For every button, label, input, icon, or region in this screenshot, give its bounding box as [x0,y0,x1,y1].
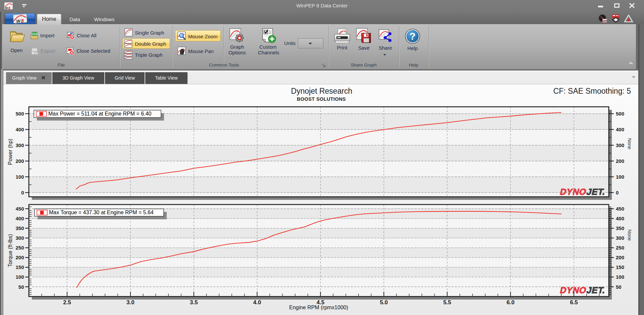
svg-text:450: 450 [616,206,624,212]
svg-text:4.0: 4.0 [253,299,261,306]
svg-text:None: None [627,138,632,149]
svg-text:100: 100 [15,274,24,280]
svg-text:Max Power = 511.04 at Engine R: Max Power = 511.04 at Engine RPM = 6.40 [48,111,152,117]
svg-text:100: 100 [616,274,624,280]
svg-text:100: 100 [15,174,24,180]
svg-text:6.0: 6.0 [506,299,515,306]
svg-text:Engine RPM (rpmx1000): Engine RPM (rpmx1000) [289,305,348,310]
svg-text:Dynojet Research: Dynojet Research [291,87,353,95]
svg-text:JET.: JET. [586,285,606,295]
svg-text:2.5: 2.5 [63,299,71,306]
svg-text:400: 400 [15,127,24,132]
svg-text:5.0: 5.0 [380,299,388,306]
svg-text:150: 150 [15,264,24,270]
svg-text:200: 200 [15,158,24,164]
svg-text:CF: SAE Smoothing: 5: CF: SAE Smoothing: 5 [553,87,631,95]
svg-text:3.5: 3.5 [190,299,198,306]
svg-text:None: None [627,229,632,241]
svg-text:250: 250 [15,245,24,251]
svg-text:3.0: 3.0 [126,299,135,306]
svg-text:0: 0 [21,190,24,195]
svg-text:DYNO: DYNO [559,285,588,295]
svg-text:JET.: JET. [586,187,606,197]
svg-text:DYNO: DYNO [559,187,588,197]
svg-text:BOOST SOLUTIONS: BOOST SOLUTIONS [297,96,346,102]
svg-text:Power (hp): Power (hp) [7,139,13,165]
svg-text:50: 50 [616,284,622,290]
svg-text:6.5: 6.5 [570,299,578,306]
svg-text:150: 150 [616,264,624,270]
svg-text:350: 350 [15,225,24,231]
svg-text:450: 450 [15,206,24,212]
svg-text:400: 400 [15,216,24,221]
svg-text:0: 0 [616,190,619,195]
svg-text:Torque (ft-lbs): Torque (ft-lbs) [7,234,13,267]
svg-text:350: 350 [616,225,624,231]
svg-text:400: 400 [616,127,624,132]
svg-text:200: 200 [15,255,24,260]
svg-text:300: 300 [616,142,624,148]
svg-text:Max Torque = 437.30 at Engine: Max Torque = 437.30 at Engine RPM = 5.64 [49,210,154,215]
svg-text:50: 50 [18,284,24,290]
svg-text:300: 300 [15,142,24,148]
svg-text:200: 200 [616,158,624,164]
svg-text:300: 300 [616,235,624,241]
svg-text:5.5: 5.5 [443,299,451,306]
svg-text:500: 500 [15,111,24,117]
svg-text:400: 400 [616,216,624,221]
svg-text:100: 100 [616,174,624,180]
svg-text:300: 300 [15,235,24,241]
svg-text:200: 200 [616,255,624,260]
svg-text:250: 250 [616,245,624,251]
svg-text:500: 500 [616,111,624,117]
